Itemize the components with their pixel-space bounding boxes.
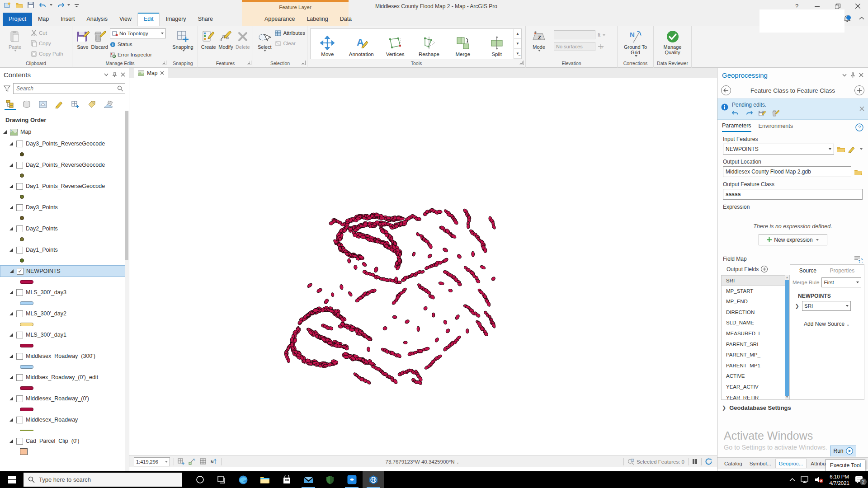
expand-arrow-icon[interactable]	[9, 184, 13, 188]
layer-symbol[interactable]	[20, 448, 28, 455]
filter-icon[interactable]	[4, 85, 10, 92]
grid-icon[interactable]	[200, 458, 207, 465]
geoprocessing-menu-icon[interactable]	[842, 74, 847, 77]
output-field-SRI[interactable]: SRI	[722, 275, 789, 286]
expand-arrow-icon[interactable]	[3, 130, 7, 134]
save-edit-icon[interactable]	[758, 110, 766, 117]
start-button[interactable]	[0, 471, 24, 488]
tab-appearance[interactable]: Appearance	[259, 13, 301, 26]
antivirus-shield-icon[interactable]	[319, 471, 341, 488]
run-button[interactable]: Run	[830, 446, 856, 456]
expand-source-icon[interactable]: ❯	[793, 301, 801, 311]
tray-expand-icon[interactable]	[789, 478, 795, 482]
map-coordinates[interactable]: 73.7679123°W 40.3425900°N ⌄	[225, 459, 620, 465]
source-field-dropdown[interactable]: SRI	[802, 301, 851, 311]
vertices-tool[interactable]: Vertices	[378, 29, 412, 59]
tab-share[interactable]: Share	[192, 13, 219, 26]
pause-drawing-icon[interactable]	[692, 459, 698, 465]
layer-checkbox[interactable]	[16, 162, 23, 169]
measure-icon[interactable]	[189, 458, 196, 465]
network-icon[interactable]	[801, 476, 809, 483]
list-by-editing-icon[interactable]	[53, 99, 65, 110]
layer-symbol[interactable]	[20, 323, 33, 326]
tab-insert[interactable]: Insert	[55, 13, 80, 26]
map-canvas[interactable]	[129, 78, 717, 455]
layer-checkbox[interactable]	[16, 247, 23, 253]
layer-item-Day1_Points_ReverseGeocode[interactable]: Day1_Points_ReverseGeocode	[0, 180, 129, 192]
select-button[interactable]: Select	[255, 28, 274, 52]
contents-scrollbar[interactable]	[125, 111, 129, 471]
microsoft-store-icon[interactable]	[276, 471, 297, 488]
layer-checkbox[interactable]	[16, 374, 23, 381]
layer-checkbox[interactable]: ✓	[17, 268, 24, 275]
selection-launcher-icon[interactable]	[301, 61, 306, 65]
layer-checkbox[interactable]	[16, 225, 23, 232]
browse-output-icon[interactable]	[854, 169, 863, 175]
save-project-icon[interactable]	[27, 1, 35, 9]
redo-dropdown-icon[interactable]	[67, 4, 70, 6]
new-project-icon[interactable]	[4, 1, 11, 9]
layer-checkbox[interactable]	[16, 417, 23, 423]
fields-scrollbar-thumb[interactable]	[785, 280, 789, 396]
merge-tool[interactable]: Merge	[446, 29, 480, 59]
tool-help-icon[interactable]: ?	[855, 123, 863, 131]
output-field-SLD_NAME[interactable]: SLD_NAME	[722, 318, 789, 328]
add-grid-icon[interactable]	[178, 458, 185, 465]
customize-qat-button[interactable]	[74, 1, 80, 9]
expand-arrow-icon[interactable]	[9, 248, 13, 252]
error-inspector-button[interactable]: Error Inspector	[110, 50, 166, 59]
paste-button[interactable]: Paste	[2, 28, 28, 52]
undo-button[interactable]	[39, 1, 52, 9]
refresh-icon[interactable]	[705, 458, 712, 465]
north-arrow-icon[interactable]: N	[210, 458, 217, 465]
layer-item-Middlesex_Roadway[interactable]: Middlesex_Roadway	[0, 414, 129, 426]
status-button[interactable]: Status	[110, 40, 166, 49]
add-new-source-button[interactable]: Add New Source ⌄	[793, 311, 861, 327]
layer-symbol[interactable]	[20, 430, 33, 431]
layer-symbol[interactable]	[20, 174, 24, 178]
layer-symbol[interactable]	[20, 408, 33, 411]
layer-item-MLS_300'_day1[interactable]: MLS_300'_day1	[0, 329, 129, 341]
expand-arrow-icon[interactable]	[9, 418, 13, 422]
expand-arrow-icon[interactable]	[9, 206, 13, 209]
layer-checkbox[interactable]	[16, 310, 23, 317]
fields-scrollbar[interactable]: ▲▼	[785, 275, 789, 399]
delete-button[interactable]: Delete	[235, 28, 251, 50]
expand-arrow-icon[interactable]	[9, 227, 13, 230]
output-field-MEASURED_L[interactable]: MEASURED_L	[722, 328, 789, 339]
tab-source[interactable]: Source	[799, 267, 816, 274]
list-by-charts-icon[interactable]	[102, 99, 114, 110]
reset-field-map-icon[interactable]	[854, 255, 863, 263]
expand-arrow-icon[interactable]	[9, 397, 13, 400]
redo-edit-icon[interactable]	[745, 110, 753, 116]
ground-to-grid-button[interactable]: N Ground To Grid	[621, 28, 651, 57]
add-to-project-button[interactable]	[854, 85, 864, 95]
add-field-icon[interactable]	[761, 266, 768, 272]
list-by-labeling-icon[interactable]	[86, 99, 98, 110]
edge-icon[interactable]	[232, 471, 254, 488]
layer-symbol[interactable]	[20, 386, 33, 390]
contents-search-input[interactable]	[13, 83, 125, 94]
layer-item-Middlesex_Roadway_(300')[interactable]: Middlesex_Roadway_(300')	[0, 350, 129, 362]
geoprocessing-close-icon[interactable]	[859, 73, 863, 77]
sketch-input-icon[interactable]	[848, 145, 856, 153]
discard-edits-button[interactable]: Discard	[91, 28, 108, 50]
list-by-snapping-icon[interactable]	[70, 99, 81, 110]
contents-scrollbar-thumb[interactable]	[125, 111, 128, 260]
layer-item-Day2_Points[interactable]: Day2_Points	[0, 223, 129, 235]
tab-edit[interactable]: Edit	[137, 13, 160, 26]
new-expression-button[interactable]: New expression	[759, 234, 827, 245]
save-edits-button[interactable]: Save	[74, 28, 91, 50]
gallery-expand-icon[interactable]: ▼̲	[514, 49, 521, 59]
expand-arrow-icon[interactable]	[9, 439, 13, 443]
output-location-input[interactable]	[723, 166, 851, 177]
geoprocessing-pin-icon[interactable]	[850, 72, 855, 78]
input-features-dropdown[interactable]: NEWPOINTS	[723, 144, 834, 155]
layer-symbol[interactable]	[20, 301, 33, 305]
undo-dropdown-icon[interactable]	[50, 4, 52, 6]
output-field-PARENT_SRI[interactable]: PARENT_SRI	[722, 339, 789, 350]
redo-button[interactable]	[57, 1, 70, 9]
output-feature-class-input[interactable]	[723, 189, 863, 200]
tools-launcher-icon[interactable]	[519, 61, 524, 65]
layer-symbol[interactable]	[20, 152, 24, 156]
